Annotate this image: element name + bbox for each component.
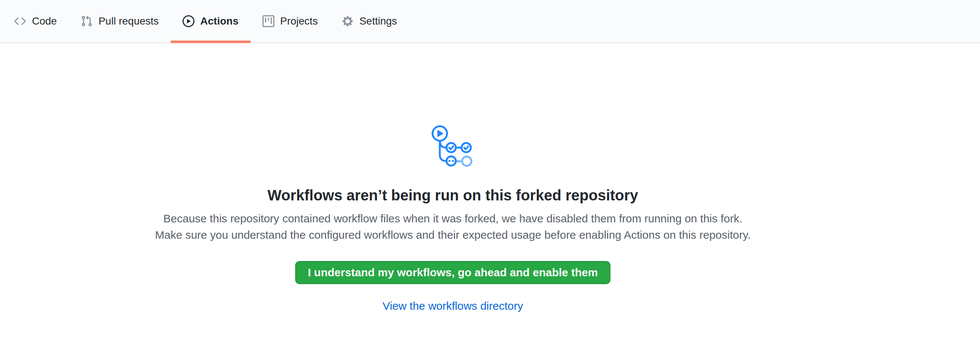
project-board-icon	[262, 15, 274, 27]
tab-actions[interactable]: Actions	[171, 0, 251, 42]
actions-disabled-blankslate: Workflows aren’t being run on this forke…	[0, 43, 906, 312]
tab-pull-requests[interactable]: Pull requests	[69, 0, 171, 42]
repo-tab-nav: Code Pull requests Actions Projects Sett…	[0, 0, 980, 43]
tab-projects[interactable]: Projects	[251, 0, 330, 42]
enable-workflows-button[interactable]: I understand my workflows, go ahead and …	[295, 261, 611, 284]
page-title: Workflows aren’t being run on this forke…	[0, 186, 906, 205]
tab-code-label: Code	[32, 16, 57, 26]
code-icon	[14, 15, 26, 27]
tab-pull-requests-label: Pull requests	[99, 16, 159, 26]
tab-settings-label: Settings	[360, 16, 397, 26]
tab-settings[interactable]: Settings	[330, 0, 409, 42]
tab-actions-label: Actions	[200, 16, 239, 26]
tab-code[interactable]: Code	[2, 0, 69, 42]
blankslate-description: Because this repository contained workfl…	[150, 210, 756, 243]
git-pull-request-icon	[81, 15, 92, 27]
tab-projects-label: Projects	[280, 16, 318, 26]
play-circle-icon	[183, 15, 194, 27]
view-workflows-directory-link[interactable]: View the workflows directory	[383, 300, 523, 312]
workflow-graph-icon	[431, 125, 474, 169]
gear-icon	[342, 15, 353, 27]
